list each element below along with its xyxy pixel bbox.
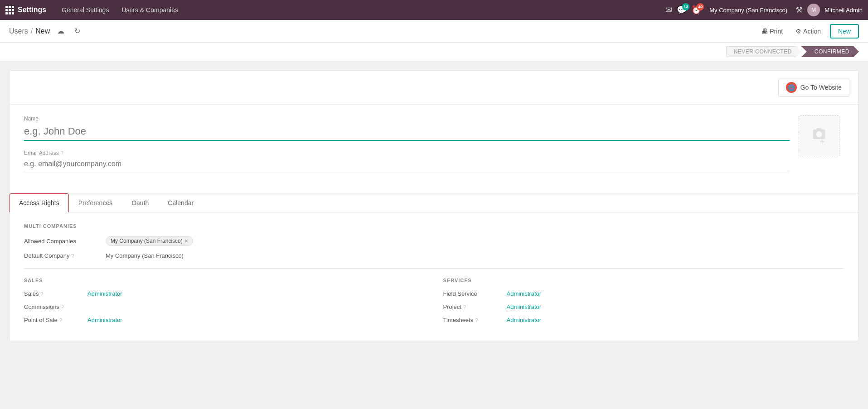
pos-label: Point of Sale ? (24, 317, 87, 323)
tab-content-access-rights: MULTI COMPANIES Allowed Companies My Com… (10, 212, 858, 341)
print-icon: 🖶 (761, 28, 768, 35)
two-col-section: SALES Sales ? Administrator Commissions (24, 278, 844, 330)
chat-icon[interactable]: 💬 13 (677, 5, 687, 15)
apps-grid-icon[interactable] (5, 6, 14, 14)
app-title[interactable]: Settings (18, 6, 46, 14)
photo-upload[interactable] (799, 115, 839, 156)
default-company-help-icon[interactable]: ? (71, 253, 74, 259)
chat-badge: 13 (682, 3, 689, 10)
user-name[interactable]: Mitchell Admin (824, 7, 863, 14)
email-help-icon[interactable]: ? (61, 150, 63, 156)
card-header: 🌐 Go To Website (10, 71, 858, 105)
nav-general-settings[interactable]: General Settings (55, 0, 115, 20)
email-label: Email Address ? (24, 150, 790, 156)
action-button[interactable]: ⚙ Action (792, 25, 824, 38)
form-photo-area (799, 115, 844, 182)
field-service-label: Field Service (443, 290, 507, 297)
tab-oauth[interactable]: Oauth (122, 193, 158, 212)
breadcrumb-separator: / (31, 27, 33, 35)
save-cloud-button[interactable]: ☁ (54, 25, 67, 37)
apps-launcher[interactable] (5, 6, 14, 14)
default-company-value: My Company (San Francisco) (106, 252, 844, 259)
tabs-header: Access Rights Preferences Oauth Calendar (10, 193, 858, 212)
new-record-button[interactable]: New (830, 24, 859, 38)
status-confirmed[interactable]: CONFIRMED (801, 46, 859, 57)
commissions-label: Commissions ? (24, 303, 87, 310)
name-input[interactable] (24, 124, 790, 141)
field-service-value: Administrator (507, 290, 844, 297)
breadcrumb: Users / New (9, 27, 50, 35)
pos-row: Point of Sale ? Administrator (24, 317, 425, 323)
form-card: 🌐 Go To Website Name Email Address ? (9, 70, 859, 341)
services-column: SERVICES Field Service Administrator Pro… (443, 278, 844, 330)
company-tag[interactable]: My Company (San Francisco) × (106, 236, 193, 246)
settings-wrench-icon[interactable]: ⚒ (795, 5, 803, 15)
nav-users-companies[interactable]: Users & Companies (115, 0, 184, 20)
print-button[interactable]: 🖶 Print (758, 25, 786, 38)
sales-value: Administrator (87, 290, 425, 297)
sales-row: Sales ? Administrator (24, 290, 425, 297)
email-section: Email Address ? (24, 150, 790, 171)
project-label: Project ? (443, 303, 507, 310)
tab-access-rights[interactable]: Access Rights (10, 193, 69, 212)
company-tag-remove[interactable]: × (184, 237, 188, 245)
top-nav: Settings General Settings Users & Compan… (0, 0, 868, 20)
email-input[interactable] (24, 158, 790, 171)
sales-column: SALES Sales ? Administrator Commissions (24, 278, 425, 330)
tabs-section: Access Rights Preferences Oauth Calendar… (10, 193, 858, 341)
commissions-help-icon[interactable]: ? (61, 304, 64, 310)
pos-value: Administrator (87, 317, 425, 323)
services-title: SERVICES (443, 278, 844, 283)
project-value: Administrator (507, 303, 844, 310)
breadcrumb-bar: Users / New ☁ ↻ 🖶 Print ⚙ Action New (0, 20, 868, 43)
nav-menu: General Settings Users & Companies (55, 0, 665, 20)
main-content: 🌐 Go To Website Name Email Address ? (0, 61, 868, 402)
avatar[interactable]: M (807, 4, 820, 16)
form-main: Name Email Address ? (24, 115, 790, 182)
support-icon[interactable]: ✉ (665, 5, 672, 15)
card-body: Name Email Address ? (10, 105, 858, 193)
sales-title: SALES (24, 278, 425, 283)
clock-icon[interactable]: ⏰ 40 (691, 5, 701, 15)
status-bar: NEVER CONNECTED CONFIRMED (0, 43, 868, 61)
multi-companies-title: MULTI COMPANIES (24, 223, 844, 229)
timesheets-row: Timesheets ? Administrator (443, 317, 844, 323)
sales-help-icon[interactable]: ? (41, 291, 44, 297)
allowed-companies-label: Allowed Companies (24, 238, 106, 245)
allowed-companies-value: My Company (San Francisco) × (106, 236, 844, 246)
clock-badge: 40 (697, 3, 704, 10)
tab-calendar[interactable]: Calendar (158, 193, 203, 212)
timesheets-label: Timesheets ? (443, 317, 507, 323)
discard-button[interactable]: ↻ (72, 25, 83, 37)
company-name[interactable]: My Company (San Francisco) (709, 7, 787, 14)
timesheets-help-icon[interactable]: ? (475, 318, 478, 323)
divider (24, 268, 844, 269)
project-row: Project ? Administrator (443, 303, 844, 310)
sales-label: Sales ? (24, 290, 87, 297)
default-company-label: Default Company ? (24, 252, 106, 259)
commissions-row: Commissions ? (24, 303, 425, 310)
status-never-connected[interactable]: NEVER CONNECTED (726, 46, 801, 57)
tab-preferences[interactable]: Preferences (69, 193, 122, 212)
nav-right: ✉ 💬 13 ⏰ 40 My Company (San Francisco) ⚒… (665, 4, 863, 16)
gear-icon: ⚙ (795, 28, 801, 35)
timesheets-value: Administrator (507, 317, 844, 323)
breadcrumb-current: New (35, 27, 50, 35)
name-label: Name (24, 115, 790, 122)
pos-help-icon[interactable]: ? (59, 318, 62, 323)
status-steps: NEVER CONNECTED CONFIRMED (726, 46, 859, 57)
breadcrumb-parent[interactable]: Users (9, 27, 28, 35)
globe-icon: 🌐 (786, 82, 797, 93)
field-service-row: Field Service Administrator (443, 290, 844, 297)
default-company-row: Default Company ? My Company (San Franci… (24, 252, 844, 259)
allowed-companies-row: Allowed Companies My Company (San Franci… (24, 236, 844, 246)
go-to-website-button[interactable]: 🌐 Go To Website (778, 78, 849, 97)
project-help-icon[interactable]: ? (463, 304, 466, 310)
breadcrumb-actions: 🖶 Print ⚙ Action New (758, 24, 859, 38)
